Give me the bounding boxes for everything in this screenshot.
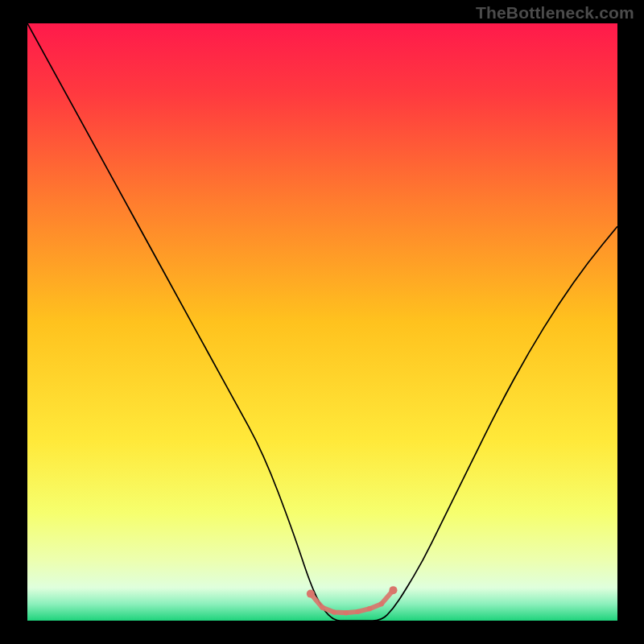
valley-marker [332, 610, 336, 615]
valley-marker [367, 606, 372, 611]
chart-frame: TheBottleneck.com [0, 0, 644, 644]
valley-marker [307, 590, 315, 598]
valley-marker [355, 609, 360, 614]
chart-background [27, 23, 617, 621]
valley-marker [379, 601, 384, 606]
chart-svg [27, 23, 617, 621]
plot-area [27, 23, 617, 621]
valley-marker [344, 610, 349, 615]
watermark-text: TheBottleneck.com [476, 3, 634, 23]
valley-marker [389, 586, 397, 594]
valley-marker [320, 605, 324, 610]
